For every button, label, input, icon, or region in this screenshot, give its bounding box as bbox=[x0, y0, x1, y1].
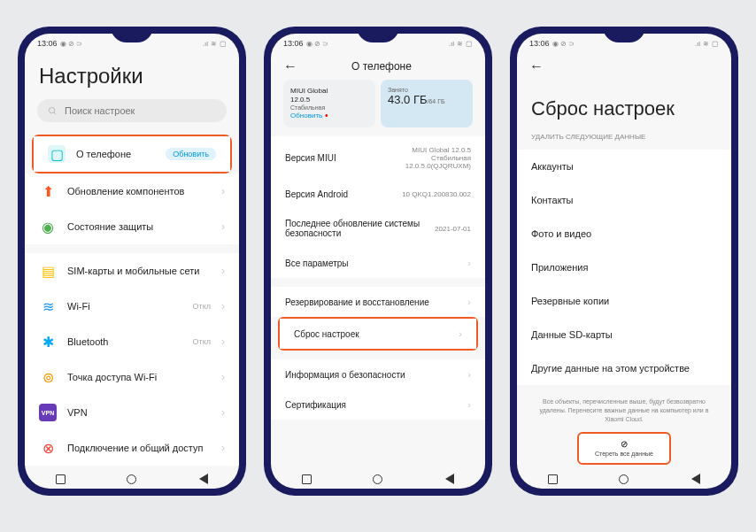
settings-content: Настройки ▢ О телефоне Обновить ⬆ Обновл… bbox=[25, 50, 239, 466]
chevron-right-icon: › bbox=[467, 258, 471, 268]
erase-button-wrap: ⊘ Стереть все данные bbox=[517, 432, 731, 466]
svg-point-0 bbox=[49, 107, 54, 112]
setting-label: О телефоне bbox=[76, 149, 155, 159]
nav-back[interactable] bbox=[441, 473, 459, 485]
notification-dot-icon: • bbox=[322, 111, 328, 120]
erase-icon: ⊘ bbox=[595, 439, 653, 449]
setting-label: Подключение и общий доступ bbox=[67, 443, 211, 453]
chevron-right-icon: › bbox=[221, 265, 225, 277]
setting-sharing[interactable]: ⊗ Подключение и общий доступ › bbox=[25, 430, 239, 466]
reset-sd: Данные SD-карты bbox=[517, 318, 731, 351]
detail-android[interactable]: Версия Android 10 QKQ1.200830.002 bbox=[271, 180, 485, 209]
update-icon: ⬆ bbox=[39, 182, 57, 200]
reset-list: Аккаунты Контакты Фото и видео Приложени… bbox=[517, 150, 731, 385]
chevron-right-icon: › bbox=[459, 328, 462, 339]
screen-1: 13:06 ◉ ⊘ ⊃ .ıl ≋ ▢ Настройки ▢ О телефо… bbox=[25, 34, 239, 489]
chevron-right-icon: › bbox=[467, 297, 471, 307]
nav-recent[interactable] bbox=[544, 473, 561, 485]
back-button[interactable]: ← bbox=[529, 58, 545, 74]
chevron-right-icon: › bbox=[221, 371, 225, 383]
detail-miui[interactable]: Версия MIUI MIUI Global 12.0.5 Стабильна… bbox=[271, 136, 485, 180]
page-title: Сброс настроек bbox=[517, 80, 731, 133]
erase-label: Стереть все данные bbox=[595, 451, 653, 458]
wifi-icon: ≋ bbox=[39, 297, 57, 315]
reset-accounts: Аккаунты bbox=[517, 150, 731, 183]
detail-safety-info[interactable]: Информация о безопасности › bbox=[271, 359, 485, 389]
storage-card[interactable]: Занято 43.0 ГБ/64 ГБ bbox=[381, 80, 473, 127]
erase-all-button[interactable]: ⊘ Стереть все данные bbox=[577, 432, 671, 465]
signal-icon: .ıl bbox=[203, 40, 208, 48]
detail-backup[interactable]: Резервирование и восстановление › bbox=[271, 287, 485, 317]
setting-wifi[interactable]: ≋ Wi-Fi Откл › bbox=[25, 289, 239, 324]
setting-sim[interactable]: ▤ SIM-карты и мобильные сети › bbox=[25, 253, 239, 289]
nav-bar bbox=[517, 466, 731, 489]
detail-factory-reset[interactable]: Сброс настроек › bbox=[280, 319, 476, 349]
setting-bluetooth[interactable]: ✱ Bluetooth Откл › bbox=[25, 324, 239, 359]
phone-2: 13:06 ◉ ⊘ ⊃ .ıl ≋ ▢ ← О телефоне MIUI Gl… bbox=[264, 27, 492, 496]
warning-note: Все объекты, перечисленные выше, будут б… bbox=[517, 385, 731, 432]
back-button[interactable]: ← bbox=[283, 58, 299, 74]
search-icon bbox=[48, 106, 58, 116]
storage-used: 43.0 ГБ bbox=[388, 93, 427, 106]
reset-content: Сброс настроек Удалить следующие данные … bbox=[517, 80, 731, 466]
divider bbox=[271, 351, 485, 359]
nav-recent[interactable] bbox=[51, 473, 69, 485]
page-header: ← bbox=[517, 50, 731, 80]
setting-component-update[interactable]: ⬆ Обновление компонентов › bbox=[25, 173, 239, 209]
setting-label: Wi-Fi bbox=[67, 301, 182, 312]
setting-vpn[interactable]: VPN VPN › bbox=[25, 395, 239, 430]
detail-security-patch[interactable]: Последнее обновление системы безопасност… bbox=[271, 209, 485, 248]
phone-icon: ▢ bbox=[48, 145, 66, 163]
settings-list-1: ▢ О телефоне Обновить ⬆ Обновление компо… bbox=[25, 135, 239, 466]
setting-label: Точка доступа Wi-Fi bbox=[67, 372, 211, 382]
battery-icon: ▢ bbox=[466, 40, 473, 48]
detail-list: Версия MIUI MIUI Global 12.0.5 Стабильна… bbox=[271, 136, 485, 466]
sim-icon: ▤ bbox=[39, 262, 57, 280]
search-box[interactable] bbox=[37, 99, 227, 122]
update-badge[interactable]: Обновить bbox=[166, 148, 216, 160]
detail-certification[interactable]: Сертификация › bbox=[271, 389, 485, 420]
detail-label: Информация о безопасности bbox=[285, 370, 462, 380]
status-time: 13:06 bbox=[283, 39, 304, 48]
signal-icon: .ıl bbox=[449, 40, 454, 48]
wifi-icon: ≋ bbox=[703, 40, 709, 48]
nav-back[interactable] bbox=[687, 473, 705, 485]
setting-label: VPN bbox=[67, 407, 211, 418]
share-icon: ⊗ bbox=[39, 439, 57, 457]
detail-label: Последнее обновление системы безопасност… bbox=[285, 219, 435, 238]
nav-bar bbox=[271, 466, 485, 489]
screen-3: 13:06 ◉ ⊘ ⊃ .ıl ≋ ▢ ← Сброс настроек Уда… bbox=[517, 34, 731, 489]
setting-label: Bluetooth bbox=[67, 336, 182, 347]
nav-back[interactable] bbox=[195, 473, 212, 485]
nav-bar bbox=[25, 466, 239, 489]
detail-label: Версия Android bbox=[285, 189, 402, 199]
info-cards: MIUI Global 12.0.5 Стабильная Обновить •… bbox=[271, 80, 485, 136]
chevron-right-icon: › bbox=[221, 335, 225, 348]
nav-home[interactable] bbox=[123, 473, 141, 485]
reset-backups: Резервные копии bbox=[517, 284, 731, 318]
divider bbox=[271, 278, 485, 287]
setting-security-status[interactable]: ◉ Состояние защиты › bbox=[25, 209, 239, 244]
miui-card[interactable]: MIUI Global 12.0.5 Стабильная Обновить • bbox=[283, 80, 375, 127]
setting-label: Обновление компонентов bbox=[67, 186, 211, 197]
bluetooth-icon: ✱ bbox=[39, 333, 57, 351]
phone-3: 13:06 ◉ ⊘ ⊃ .ıl ≋ ▢ ← Сброс настроек Уда… bbox=[510, 27, 738, 496]
nav-recent[interactable] bbox=[297, 473, 315, 485]
about-content: MIUI Global 12.0.5 Стабильная Обновить •… bbox=[271, 80, 485, 466]
status-time: 13:06 bbox=[529, 39, 550, 48]
setting-about-phone[interactable]: ▢ О телефоне Обновить bbox=[34, 136, 230, 172]
page-header: ← О телефоне bbox=[271, 50, 485, 80]
chevron-right-icon: › bbox=[467, 369, 471, 380]
setting-label: SIM-карты и мобильные сети bbox=[67, 266, 211, 276]
storage-label: Занято bbox=[388, 87, 466, 93]
search-input[interactable] bbox=[65, 105, 216, 116]
nav-home[interactable] bbox=[369, 473, 387, 485]
detail-all-specs[interactable]: Все параметры › bbox=[271, 248, 485, 278]
chevron-right-icon: › bbox=[221, 406, 225, 419]
screen-2: 13:06 ◉ ⊘ ⊃ .ıl ≋ ▢ ← О телефоне MIUI Gl… bbox=[271, 34, 485, 489]
nav-home[interactable] bbox=[615, 473, 633, 485]
wifi-icon: ≋ bbox=[211, 40, 217, 48]
update-link[interactable]: Обновить bbox=[290, 112, 322, 120]
detail-label: Версия MIUI bbox=[285, 153, 382, 163]
setting-hotspot[interactable]: ⊚ Точка доступа Wi-Fi › bbox=[25, 359, 239, 395]
